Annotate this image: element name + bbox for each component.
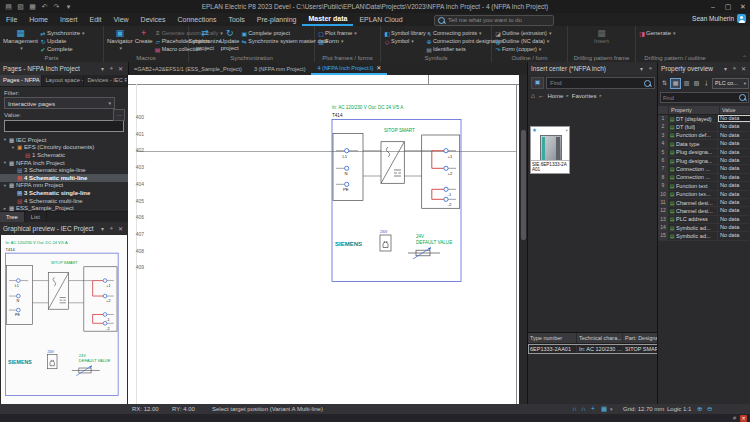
preview-panel-header[interactable]: Graphical preview - IEC Project ▾ ⌖ ✕ bbox=[0, 222, 128, 235]
menu-tab-view[interactable]: View bbox=[108, 14, 135, 26]
hash-icon[interactable]: # bbox=[733, 414, 736, 422]
tree-item-3-schematic-single-line[interactable]: ▤3 Schematic single-line bbox=[0, 189, 128, 197]
create-button[interactable]: + Create bbox=[134, 27, 154, 54]
property-row-symbolic-ad[interactable]: 15▤Symbolic ad...No data bbox=[658, 232, 750, 240]
tab-list[interactable]: List bbox=[25, 212, 47, 222]
form-button[interactable]: ▥Form▾ bbox=[317, 37, 357, 45]
tree-item-nfpa-mm-project[interactable]: ▾▦NFPA mm Project bbox=[0, 182, 128, 190]
ribbon-collapse-icon[interactable]: ⌃ bbox=[742, 54, 747, 61]
property-value[interactable]: No data bbox=[718, 191, 750, 198]
pin-icon[interactable]: ⌖ bbox=[107, 65, 116, 72]
menu-tab-file[interactable]: File bbox=[0, 14, 23, 26]
tell-me-search[interactable]: Tell me what you want to do bbox=[434, 15, 554, 26]
filter-select[interactable]: Interactive pages ▾ bbox=[4, 97, 115, 109]
property-row-plug-designa[interactable]: 5▤Plug designa...No data bbox=[658, 149, 750, 157]
minimize-button[interactable]: – bbox=[706, 0, 720, 13]
pin-icon[interactable]: ⌖ bbox=[646, 65, 655, 72]
pin-icon[interactable]: ⌖ bbox=[730, 65, 739, 72]
open-icon[interactable]: ▧ bbox=[16, 0, 25, 13]
breadcrumb-favorites[interactable]: Favorites bbox=[572, 93, 597, 99]
synchronize-button[interactable]: ⇄Synchronize▾ bbox=[39, 29, 85, 37]
property-row-function-def[interactable]: 3▤Function def...No data bbox=[658, 132, 750, 140]
menu-tab-pre-planning[interactable]: Pre-planning bbox=[251, 14, 303, 26]
property-value[interactable]: No data bbox=[718, 157, 750, 164]
export-icon[interactable]: ⭳ bbox=[702, 79, 711, 88]
parts-table-row[interactable]: 6EP1333-2AA01 In: AC 120/230 ... SITOP S… bbox=[528, 344, 658, 354]
menu-tab-insert[interactable]: Insert bbox=[54, 14, 84, 26]
restore-button[interactable]: ▢ bbox=[721, 0, 735, 13]
property-value[interactable]: No data bbox=[718, 224, 750, 231]
tree-item-efs-circuitry-documents[interactable]: ▾▣EFS (Circuitry documents) bbox=[0, 144, 128, 152]
favorite-star-icon[interactable]: ★ bbox=[532, 127, 537, 133]
property-value[interactable]: No data bbox=[718, 199, 750, 206]
copy-icon[interactable]: ▥ bbox=[682, 79, 691, 88]
tree-item-nfpa-inch-project[interactable]: ▾▦NFPA Inch Project bbox=[0, 159, 128, 167]
doc-tab-ess-sample[interactable]: =GAB2+A2&EFS1/1 (ESS_Sample_Project) bbox=[128, 62, 248, 75]
management-button[interactable]: ▦ Management▾ bbox=[2, 27, 39, 54]
complete-button[interactable]: ✔Complete bbox=[39, 45, 85, 53]
insert-center-header[interactable]: Insert center (*NFPA inch) ▾ ⌖ bbox=[528, 62, 658, 75]
property-row-symbolic-ad[interactable]: 14▤Symbolic ad...No data bbox=[658, 224, 750, 232]
tab-pages[interactable]: Pages - NFPA Inc... bbox=[0, 75, 42, 86]
symbol-library-button[interactable]: ◧Symbol library▾ bbox=[383, 29, 425, 37]
pages-panel-header[interactable]: Pages - NFPA Inch Project ▾ ⌖ ✕ bbox=[0, 62, 128, 75]
symbol-button[interactable]: ◇Symbol▾ bbox=[383, 37, 425, 45]
outline-extrusion-button[interactable]: ◪Outline (extrusion)▾ bbox=[494, 29, 551, 37]
form-copper-button[interactable]: ↷Form (copper)▾ bbox=[494, 45, 551, 53]
tree-item-iec-project[interactable]: ▾▦IEC Project bbox=[0, 136, 128, 144]
grid-view-icon[interactable]: ▦ bbox=[670, 78, 681, 89]
property-row-plc-address[interactable]: 13▤PLC addressNo data bbox=[658, 216, 750, 224]
property-row-plug-designa[interactable]: 6▤Plug designa...No data bbox=[658, 157, 750, 165]
preview-canvas[interactable] bbox=[1, 235, 127, 404]
property-value[interactable]: No data bbox=[718, 216, 750, 223]
panel-dropdown-icon[interactable]: ▾ bbox=[98, 225, 107, 232]
undo-icon[interactable]: ↶ bbox=[40, 0, 49, 13]
property-value[interactable]: No data bbox=[718, 123, 750, 130]
property-value[interactable]: No data bbox=[718, 232, 750, 239]
canvas-vertical-scrollbar[interactable] bbox=[519, 75, 527, 404]
new-icon[interactable]: ▤ bbox=[4, 0, 13, 13]
close-tab-icon[interactable]: ✕ bbox=[376, 63, 381, 73]
outline-nc-data-button[interactable]: ◍Outline (NC data)▾ bbox=[494, 37, 551, 45]
object-snap-icon[interactable]: ∩ bbox=[581, 404, 586, 414]
menu-tab-edit[interactable]: Edit bbox=[83, 14, 107, 26]
snap-icon[interactable]: ∩ bbox=[572, 404, 577, 414]
menu-tab-devices[interactable]: Devices bbox=[135, 14, 172, 26]
close-icon[interactable]: ✕ bbox=[739, 65, 748, 72]
crosshair-icon[interactable]: + bbox=[591, 404, 595, 414]
tab-tree[interactable]: Tree bbox=[0, 212, 25, 222]
property-row-dt-displayed[interactable]: 1▤DT (displayed)No data bbox=[658, 115, 750, 123]
tree-item-4-schematic-multi-line[interactable]: ▤4 Schematic multi-line bbox=[0, 197, 128, 205]
property-value[interactable]: No data bbox=[718, 207, 750, 214]
property-search[interactable]: Find bbox=[660, 92, 749, 103]
menu-tab-tools[interactable]: Tools bbox=[222, 14, 250, 26]
synchronize-project-button[interactable]: ⇄ Synchronize project bbox=[191, 27, 219, 54]
insert-drilling-pattern-button[interactable]: ▦ Insert bbox=[593, 27, 610, 54]
save-icon[interactable]: ▦ bbox=[28, 0, 37, 13]
menu-tab-eplan-cloud[interactable]: EPLAN Cloud bbox=[353, 14, 408, 26]
close-icon[interactable]: ✕ bbox=[116, 65, 125, 72]
scheme-dropdown[interactable]: PLC co... ▾ bbox=[712, 78, 749, 89]
insert-center-search[interactable]: Find bbox=[546, 77, 655, 89]
property-row-function-tex[interactable]: 10▤Function tex...No data bbox=[658, 191, 750, 199]
zoom-out-icon[interactable]: ⊖ bbox=[707, 404, 712, 414]
update-button[interactable]: ↻Update bbox=[39, 37, 85, 45]
tree-item-4-schematic-multi-line[interactable]: ▤4 Schematic multi-line bbox=[0, 174, 128, 182]
pin-icon[interactable]: ⌖ bbox=[107, 225, 116, 232]
close-icon[interactable]: ✕ bbox=[116, 225, 125, 232]
qat-dropdown-icon[interactable]: ▾ bbox=[64, 0, 73, 13]
property-value[interactable]: No data bbox=[718, 115, 750, 122]
menu-tab-master-data[interactable]: Master data bbox=[302, 14, 353, 26]
property-row-function-text[interactable]: 9▤Function textNo data bbox=[658, 182, 750, 190]
redo-icon[interactable]: ↷ bbox=[52, 0, 61, 13]
tab-devices[interactable]: Devices - IEC Proj... bbox=[84, 75, 128, 86]
home-icon[interactable]: ⌂ bbox=[531, 92, 535, 99]
property-value[interactable]: No data bbox=[718, 174, 750, 181]
panel-dropdown-icon[interactable]: ▾ bbox=[637, 65, 646, 72]
property-row-dt-full[interactable]: 2▤DT (full)No data bbox=[658, 123, 750, 131]
property-value[interactable]: No data bbox=[718, 165, 750, 172]
close-button[interactable]: ✕ bbox=[736, 0, 750, 13]
sort-icon[interactable]: ⇅ bbox=[660, 79, 669, 88]
property-value[interactable]: No data bbox=[718, 132, 750, 139]
grid-icon[interactable]: ▦ bbox=[601, 404, 607, 414]
